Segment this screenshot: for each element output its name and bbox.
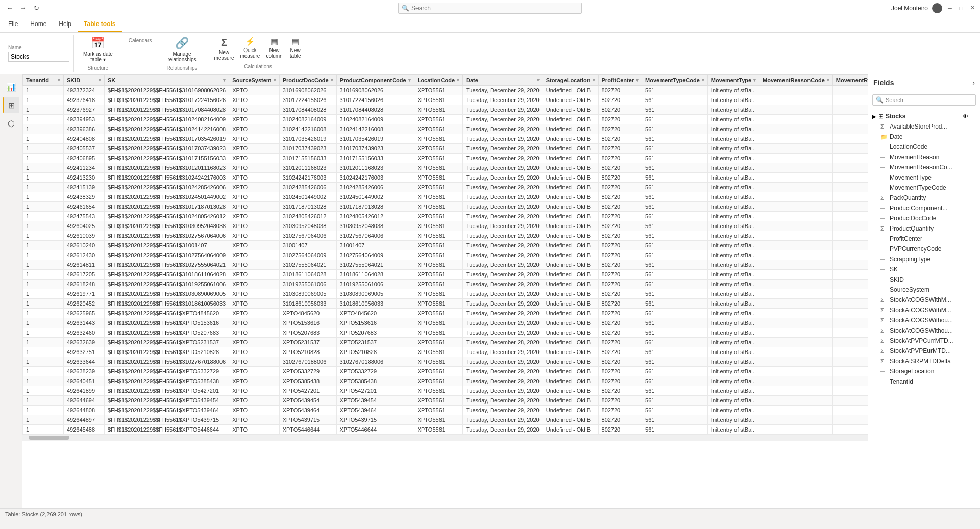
column-header-movementtypecode[interactable]: MovementTypeCode ▾	[642, 75, 708, 86]
fields-item-skid[interactable]: —SKID	[868, 274, 980, 285]
tab-home[interactable]: Home	[24, 16, 53, 32]
fields-item-movementtypecode[interactable]: —MovementTypeCode	[868, 183, 980, 193]
filter-icon[interactable]: ▾	[331, 78, 333, 83]
column-header-movementtype[interactable]: MovementType ▾	[707, 75, 759, 86]
fields-item-productquantity[interactable]: ΣProductQuantity	[868, 223, 980, 234]
fields-item-productcomponent---[interactable]: —ProductComponent...	[868, 203, 980, 213]
table-cell: Tuesday, December 29, 2020	[463, 299, 543, 309]
new-table-button[interactable]: ▤ Newtable	[287, 36, 304, 60]
column-header-profitcenter[interactable]: ProfitCenter ▾	[598, 75, 642, 86]
fields-search-icon: 🔍	[876, 96, 884, 104]
manage-relationships-button[interactable]: 🔗 Managerelationships	[164, 36, 199, 63]
filter-icon[interactable]: ▾	[274, 78, 276, 83]
filter-icon[interactable]: ▾	[58, 78, 60, 83]
top-search-input[interactable]	[411, 5, 578, 12]
fields-item-profitcenter[interactable]: —ProfitCenter	[868, 234, 980, 244]
table-cell: Tuesday, December 29, 2020	[463, 328, 543, 338]
data-table-container[interactable]: TenantId ▾SKID ▾SK ▾SourceSystem ▾Produc…	[22, 74, 868, 508]
more-options-icon[interactable]: ⋯	[970, 113, 976, 120]
top-search-bar[interactable]: 🔍	[398, 3, 582, 14]
fields-item-movementreason[interactable]: —MovementReason	[868, 152, 980, 162]
fields-item-locationcode[interactable]: —LocationCode	[868, 142, 980, 152]
minimize-button[interactable]: ─	[946, 5, 953, 12]
fields-table-stocks[interactable]: ▶ ⊞ Stocks 👁 ⋯	[868, 111, 980, 121]
back-icon[interactable]: ←	[4, 3, 15, 14]
table-cell	[760, 241, 833, 250]
column-header-locationcode[interactable]: LocationCode ▾	[414, 75, 462, 86]
table-row: 1492625965$FH$1$20201229$$FH5561$XPTO484…	[23, 309, 868, 318]
fields-collapse-button[interactable]: ›	[972, 79, 975, 87]
column-header-tenantid[interactable]: TenantId ▾	[23, 75, 64, 86]
table-cell: Undefined - Old B‌	[543, 367, 598, 376]
fields-item-stockatcogswithou---[interactable]: ΣStockAtCOGSWithou...	[868, 325, 980, 336]
fields-item-movementtype[interactable]: —MovementType	[868, 172, 980, 183]
table-cell: Init.entry of stBal.	[707, 299, 759, 309]
table-cell: 1	[23, 192, 64, 202]
column-header-movementreason[interactable]: MovementReason ▾	[832, 75, 868, 86]
horizontal-scrollbar[interactable]	[22, 435, 868, 441]
fields-item-storagelocation[interactable]: —StorageLocation	[868, 366, 980, 376]
fields-item-availablestoreprod---[interactable]: ΣAvailableStoreProd...	[868, 121, 980, 132]
column-header-skid[interactable]: SKID ▾	[64, 75, 105, 86]
filter-icon[interactable]: ▾	[537, 78, 540, 83]
fields-search-input[interactable]	[886, 97, 972, 103]
fields-item-sk[interactable]: —SK	[868, 264, 980, 274]
column-header-sk[interactable]: SK ▾	[105, 75, 229, 86]
table-cell: XPTO	[229, 338, 279, 347]
refresh-icon[interactable]: ↻	[31, 3, 42, 14]
forward-icon[interactable]: →	[17, 3, 29, 14]
column-header-movementreasoncode[interactable]: MovementReasonCode ▾	[760, 75, 833, 86]
eye-visibility-icon[interactable]: 👁	[963, 113, 968, 119]
table-cell: Init.entry of stBal.	[707, 415, 759, 425]
sigma-field-icon: Σ	[880, 307, 888, 313]
filter-icon[interactable]: ▾	[408, 78, 411, 83]
fields-item-tenantid[interactable]: —TenantId	[868, 376, 980, 387]
fields-item-stockatcogswithou---[interactable]: ΣStockAtCOGSWithou...	[868, 315, 980, 325]
new-measure-button[interactable]: Σ Newmeasure	[212, 36, 236, 62]
fields-item-stockatpvpcurrmtd---[interactable]: ΣStockAtPVPCurrMTD...	[868, 336, 980, 346]
maximize-button[interactable]: □	[958, 5, 965, 12]
tab-file[interactable]: File	[2, 16, 24, 32]
tab-table-tools[interactable]: Table tools	[78, 16, 121, 32]
fields-item-stockatcogswithm---[interactable]: ΣStockAtCOGSWithM...	[868, 305, 980, 315]
table-cell: 31017037439023	[336, 144, 414, 154]
filter-icon[interactable]: ▾	[636, 78, 639, 83]
close-button[interactable]: ✕	[969, 5, 976, 12]
fields-item-date[interactable]: 📁Date	[868, 132, 980, 142]
column-header-productdoccode[interactable]: ProductDocCode ▾	[279, 75, 336, 86]
tab-help[interactable]: Help	[53, 16, 78, 32]
sidebar-table-icon[interactable]: ⊞	[3, 97, 19, 113]
column-header-date[interactable]: Date ▾	[463, 75, 543, 86]
filter-icon[interactable]: ▾	[753, 78, 756, 83]
sidebar-model-icon[interactable]: ⬡	[3, 115, 19, 132]
fields-item-pvpcurrencycode[interactable]: —PVPCurrencyCode	[868, 244, 980, 254]
table-cell: 31024082164009	[279, 115, 336, 124]
table-cell: 492632639	[64, 338, 105, 347]
filter-icon[interactable]: ▾	[223, 78, 226, 83]
column-header-storagelocation[interactable]: StorageLocation ▾	[543, 75, 598, 86]
table-cell	[760, 338, 833, 347]
quick-measure-button[interactable]: ⚡ Quickmeasure	[238, 36, 262, 60]
fields-item-sourcesystem[interactable]: —SourceSystem	[868, 285, 980, 295]
fields-item-stockatpvpeurmtd---[interactable]: ΣStockAtPVPEurMTD...	[868, 346, 980, 356]
table-cell: XPTO	[229, 173, 279, 183]
filter-icon[interactable]: ▾	[593, 78, 595, 83]
column-header-productcomponentcode[interactable]: ProductComponentCode ▾	[336, 75, 414, 86]
filter-icon[interactable]: ▾	[99, 78, 101, 83]
table-cell: 802720	[598, 163, 642, 173]
sidebar-report-icon[interactable]: 📊	[3, 79, 19, 95]
column-header-sourcesystem[interactable]: SourceSystem ▾	[229, 75, 279, 86]
fields-item-packquantity[interactable]: ΣPackQuantity	[868, 193, 980, 203]
fields-item-stockatsrpmtddelta[interactable]: ΣStockAtSRPMTDDelta	[868, 356, 980, 366]
table-name-input[interactable]	[8, 52, 69, 62]
table-cell: XPTO5561	[414, 183, 462, 192]
filter-icon[interactable]: ▾	[702, 78, 704, 83]
fields-item-productdoccode[interactable]: —ProductDocCode	[868, 213, 980, 223]
filter-icon[interactable]: ▾	[827, 78, 829, 83]
mark-as-date-table-button[interactable]: 📅 Mark as datetable ▾	[80, 36, 116, 63]
fields-item-scrappingtype[interactable]: —ScrappingType	[868, 254, 980, 264]
fields-item-stockatcogswithm---[interactable]: ΣStockAtCOGSWithM...	[868, 295, 980, 305]
filter-icon[interactable]: ▾	[457, 78, 459, 83]
new-column-button[interactable]: ▦ Newcolumn	[264, 36, 284, 60]
fields-item-movementreasonco---[interactable]: —MovementReasonCo...	[868, 162, 980, 172]
